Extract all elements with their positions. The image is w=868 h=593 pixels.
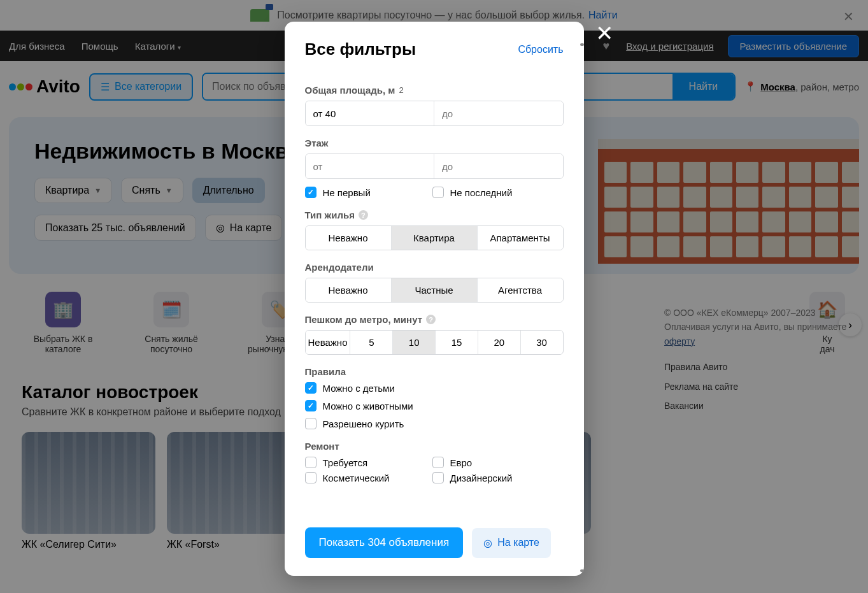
metro-30-button[interactable]: 30 xyxy=(521,331,563,354)
housing-type-label: Тип жилья? xyxy=(305,210,564,220)
metro-10-button[interactable]: 10 xyxy=(393,331,436,354)
metro-5-button[interactable]: 5 xyxy=(350,331,393,354)
checkbox-icon xyxy=(432,457,444,468)
modal-footer: Показать 304 объявления ◎ На карте xyxy=(285,514,584,576)
landlord-segment: Неважно Частные Агентства xyxy=(305,278,564,303)
metro-label: Пешком до метро, минут? xyxy=(305,314,564,325)
type-apartments-button[interactable]: Апартаменты xyxy=(478,226,563,250)
reset-filters-link[interactable]: Сбросить xyxy=(518,44,563,55)
checkbox-smoke[interactable]: Разрешено курить xyxy=(305,418,564,429)
area-range xyxy=(305,101,564,126)
checkbox-renov-cosmetic[interactable]: Косметический xyxy=(305,472,407,483)
metro-segment: Неважно 5 10 15 20 30 xyxy=(305,330,564,355)
floor-range xyxy=(305,154,564,179)
checkbox-not-first[interactable]: Не первый xyxy=(305,187,407,198)
help-icon[interactable]: ? xyxy=(359,210,368,220)
floor-label: Этаж xyxy=(305,138,564,148)
checkbox-renov-design[interactable]: Дизайнерский xyxy=(432,472,534,483)
landlord-any-button[interactable]: Неважно xyxy=(306,278,392,302)
metro-15-button[interactable]: 15 xyxy=(436,331,478,354)
checkbox-renov-required[interactable]: Требуется xyxy=(305,457,407,468)
checkbox-icon xyxy=(432,187,444,198)
modal-close-button[interactable]: ✕ xyxy=(595,20,613,46)
metro-20-button[interactable]: 20 xyxy=(478,331,521,354)
floor-from-input[interactable] xyxy=(306,154,434,178)
area-from-input[interactable] xyxy=(306,101,434,125)
modal-title: Все фильтры xyxy=(305,39,416,59)
checkbox-icon xyxy=(305,382,317,394)
show-results-button[interactable]: Показать 304 объявления xyxy=(305,527,464,558)
modal-body[interactable]: Общая площадь, м2 Этаж Не первый Не посл… xyxy=(285,71,584,514)
checkbox-pets[interactable]: Можно с животными xyxy=(305,400,564,411)
checkbox-icon xyxy=(305,418,317,429)
type-any-button[interactable]: Неважно xyxy=(306,226,392,250)
floor-to-input[interactable] xyxy=(434,154,563,178)
type-flat-button[interactable]: Квартира xyxy=(392,226,478,250)
landlord-label: Арендодатели xyxy=(305,262,564,273)
help-icon[interactable]: ? xyxy=(426,315,436,324)
checkbox-icon xyxy=(305,457,317,468)
checkbox-icon xyxy=(305,472,317,483)
checkbox-not-last[interactable]: Не последний xyxy=(432,187,534,198)
metro-any-button[interactable]: Неважно xyxy=(306,331,351,354)
landlord-agency-button[interactable]: Агентства xyxy=(478,278,563,302)
target-icon: ◎ xyxy=(483,537,492,549)
scrollbar-indicator xyxy=(580,43,584,46)
checkbox-kids[interactable]: Можно с детьми xyxy=(305,382,564,394)
checkbox-icon xyxy=(432,472,444,483)
rules-label: Правила xyxy=(305,366,564,377)
show-on-map-button[interactable]: ◎ На карте xyxy=(472,528,551,558)
area-to-input[interactable] xyxy=(434,101,563,125)
housing-type-segment: Неважно Квартира Апартаменты xyxy=(305,225,564,250)
filters-modal: ✕ Все фильтры Сбросить Общая площадь, м2… xyxy=(285,22,584,576)
scrollbar-indicator xyxy=(580,569,584,572)
area-label: Общая площадь, м2 xyxy=(305,85,564,96)
landlord-private-button[interactable]: Частные xyxy=(392,278,478,302)
modal-header: Все фильтры Сбросить xyxy=(285,22,584,71)
renovation-label: Ремонт xyxy=(305,441,564,452)
checkbox-renov-euro[interactable]: Евро xyxy=(432,457,534,468)
checkbox-icon xyxy=(305,400,317,411)
checkbox-icon xyxy=(305,187,317,198)
